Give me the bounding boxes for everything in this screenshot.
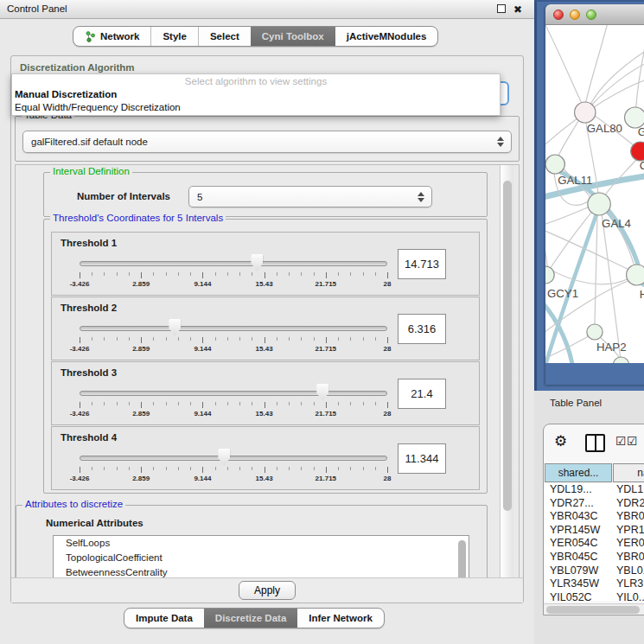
scrollbar-vertical[interactable] (500, 165, 513, 577)
slider-track[interactable] (80, 261, 387, 266)
network-edge[interactable] (550, 213, 591, 269)
scrollbar-horizontal[interactable] (544, 603, 644, 615)
table-cell-name: YBL0... (612, 564, 644, 578)
slider-track-zone (80, 383, 387, 402)
node-label: GAL11 (558, 174, 592, 187)
checkbox-icon-1[interactable]: ☑ (615, 434, 627, 448)
checkbox-icon-2[interactable]: ☑ (627, 434, 638, 448)
threshold-value-field[interactable]: 6.316 (398, 314, 446, 344)
scrollbar-thumb[interactable] (503, 181, 512, 511)
table-cell-name: YBR0... (612, 551, 644, 564)
network-window-titlebar[interactable] (545, 4, 644, 25)
column-header-shared-name[interactable]: shared... (545, 463, 612, 482)
network-node-H[interactable] (627, 265, 644, 285)
table-cell-shared-name: YBR045C (545, 551, 612, 564)
network-window: GAL80GACGAL11GAL4GCY1HHAP2 (545, 4, 644, 385)
spinner-arrows-icon (418, 187, 424, 207)
apply-bar: Apply (11, 577, 523, 603)
tab-cyni-toolbox[interactable]: Cyni Toolbox (251, 27, 335, 46)
interval-count-spinner[interactable]: 5 (188, 186, 432, 207)
network-edge[interactable] (545, 25, 582, 103)
threshold-value-field[interactable]: 11.344 (398, 443, 446, 474)
table-row[interactable]: YLR345WYLR3... (545, 577, 644, 591)
slider-track[interactable] (80, 391, 387, 396)
table-row[interactable]: YIL052CYIL0... (545, 591, 644, 601)
table-row[interactable]: YBL079WYBL0... (545, 564, 644, 578)
slider-thumb-icon[interactable] (218, 449, 230, 466)
node-label: H (640, 288, 644, 301)
network-edge[interactable] (595, 215, 597, 324)
network-edge[interactable] (545, 259, 629, 284)
table-rows: YDL19...YDL1...YDR27...YDR2...YBR043CYBR… (545, 483, 644, 601)
tab-discretize-data[interactable]: Discretize Data (204, 609, 297, 628)
tab-infer-network[interactable]: Infer Network (297, 609, 384, 628)
scrollbar-thumb[interactable] (546, 606, 640, 614)
number-of-intervals-label: Number of Intervals (77, 191, 170, 201)
network-node-unlabeled[interactable] (613, 357, 628, 363)
slider-track[interactable] (80, 326, 387, 331)
control-panel: Control Panel ✖ Network Style Select Cyn… (0, 0, 534, 644)
slider-ticks (80, 336, 387, 344)
node-label: GAL4 (602, 217, 631, 230)
slider-tick-labels: -3.4262.8599.14415.4321.71528 (80, 280, 387, 290)
table-cell-shared-name: YER054C (545, 537, 612, 551)
table-row[interactable]: YER054CYER0... (545, 537, 644, 551)
network-edge[interactable] (590, 50, 644, 105)
slider-thumb-icon[interactable] (251, 254, 263, 271)
tab-jactivemnodules[interactable]: jActiveMNodules (335, 27, 438, 46)
menu-item-equal-width-frequency[interactable]: Equal Width/Frequency Discretization (15, 102, 181, 112)
threshold-value-field[interactable]: 14.713 (398, 249, 446, 279)
network-node-HAP2[interactable] (587, 324, 603, 340)
tab-impute-data[interactable]: Impute Data (124, 609, 204, 628)
network-window-frame: GAL80GACGAL11GAL4GCY1HHAP2 (534, 0, 644, 391)
slider-thumb-icon[interactable] (316, 384, 328, 401)
network-icon (85, 31, 96, 42)
threshold-label: Threshold 3 (61, 367, 117, 378)
attribute-list-item[interactable]: TopologicalCoefficient (54, 551, 469, 565)
network-canvas[interactable]: GAL80GACGAL11GAL4GCY1HHAP2 (545, 25, 644, 363)
table-cell-shared-name: YIL052C (545, 591, 612, 601)
apply-button[interactable]: Apply (239, 581, 296, 600)
dropdown-hint: Select algorithm to view settings (12, 76, 500, 86)
minimize-traffic-light-icon[interactable] (570, 10, 580, 20)
table-row[interactable]: YBR045CYBR0... (545, 551, 644, 564)
column-header-name[interactable]: na... (613, 463, 644, 482)
table-data-select[interactable]: galFiltered.sif default node (22, 131, 512, 153)
close-traffic-light-icon[interactable] (553, 10, 564, 20)
threshold-value-field[interactable]: 21.4 (398, 379, 446, 409)
threshold-panel: Threshold 4-3.4262.8599.14415.4321.71528… (51, 426, 480, 490)
threshold-slider: -3.4262.8599.14415.4321.71528 (73, 253, 394, 293)
split-view-icon[interactable] (585, 434, 605, 452)
list-scrollbar[interactable] (458, 540, 466, 578)
table-row[interactable]: YDL19...YDL1... (545, 483, 644, 497)
network-node-GAL11[interactable] (545, 155, 564, 174)
slider-track-zone (80, 448, 387, 467)
slider-thumb-icon[interactable] (169, 319, 181, 336)
table-row[interactable]: YPR145WYPR1... (545, 524, 644, 538)
network-edge[interactable] (586, 25, 607, 102)
slider-track[interactable] (80, 456, 387, 461)
menu-item-manual-discretization[interactable]: Manual Discretization (15, 89, 117, 99)
attribute-list-item[interactable]: SelfLoops (54, 536, 469, 551)
network-node-GAL4[interactable] (588, 193, 610, 215)
slider-ticks (80, 466, 387, 474)
table-cell-shared-name: YDR27... (545, 497, 612, 511)
thresholds-list: Threshold 1-3.4262.8599.14415.4321.71528… (44, 232, 487, 490)
float-window-icon[interactable] (497, 1, 506, 19)
settings-gear-icon[interactable]: ⚙ (554, 433, 567, 450)
table-cell-shared-name: YBR043C (545, 510, 612, 524)
table-data-group: Table Data galFiltered.sif default node (15, 116, 520, 162)
threshold-label: Threshold 1 (61, 238, 117, 248)
table-row[interactable]: YBR043CYBR0... (545, 510, 644, 524)
close-icon[interactable]: ✖ (513, 5, 522, 14)
attribute-list-item[interactable]: BetweennessCentrality (54, 565, 469, 578)
zoom-traffic-light-icon[interactable] (586, 10, 596, 20)
network-node-GAL80[interactable] (575, 102, 596, 123)
slider-tick-labels: -3.4262.8599.14415.4321.71528 (80, 345, 387, 354)
network-edge[interactable] (545, 218, 547, 266)
network-node-GCY1[interactable] (545, 266, 554, 284)
table-row[interactable]: YDR27...YDR2... (545, 497, 644, 511)
tab-style[interactable]: Style (150, 27, 198, 46)
tab-select[interactable]: Select (198, 27, 251, 46)
tab-network[interactable]: Network (73, 27, 150, 46)
